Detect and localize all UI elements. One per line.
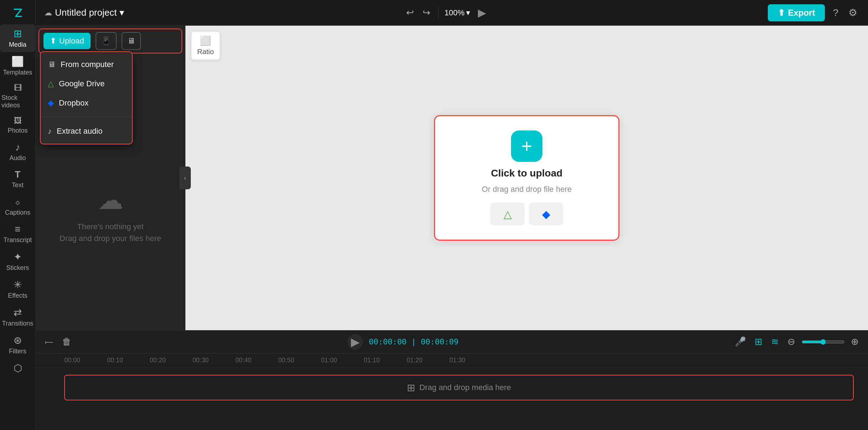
from-computer-item[interactable]: 🖥 From computer [41,55,132,74]
sidebar-item-transcript[interactable]: ≡ Transcript [0,220,35,247]
sidebar-item-label: Effects [8,292,27,300]
audio-levels-button[interactable]: ≋ [769,334,781,349]
upload-label: Upload [59,36,84,46]
sidebar-item-captions[interactable]: ⬦ Captions [0,193,35,220]
main-panel: ☁ Untitled project ▾ ↩ ↪ 100% ▾ ▶ ⬆ Expo… [36,0,868,430]
zoom-out-button[interactable]: ⊖ [785,334,797,349]
plus-icon: + [521,137,532,155]
settings-button[interactable]: ⚙ [846,5,859,21]
empty-state-text: There's nothing yet Drag and drop your f… [60,221,161,244]
save-to-cloud-icon: ☁ [44,8,52,17]
ratio-frame-icon: ⬜ [200,35,211,46]
mobile-tab[interactable]: 📱 [96,32,117,50]
sidebar-item-label: Text [12,181,24,189]
sidebar-item-label: Audio [9,154,26,162]
play-preview-button[interactable]: ▶ [476,4,488,21]
sidebar-item-subtitles[interactable]: ⬡ [0,359,35,378]
sidebar-item-label: Media [9,41,26,48]
ruler-mark: 00:40 [235,357,278,364]
dropbox-icon: ◆ [48,98,54,108]
project-title: Untitled project [55,7,117,18]
upload-plus-button[interactable]: + [511,130,542,162]
add-track-button[interactable]: ⊞ [752,334,765,349]
topbar-divider [438,7,439,19]
topbar-left: ☁ Untitled project ▾ [44,7,124,18]
upload-tab[interactable]: ⬆ Upload [44,33,91,49]
upload-card-actions: △ ◆ [490,203,563,225]
zoom-value: 100% [444,8,464,17]
captions-icon: ⬦ [15,196,21,208]
sidebar-item-label: Templates [3,69,32,76]
zoom-slider[interactable] [802,339,844,345]
audio-icon: ♪ [15,142,20,153]
topbar-controls: ↩ ↪ [404,5,433,20]
dropbox-upload-button[interactable]: ◆ [529,203,563,225]
redo-button[interactable]: ↪ [420,5,433,20]
sidebar-item-media[interactable]: ⊞ Media [0,24,35,52]
sidebar-item-photos[interactable]: 🖼 Photos [0,113,35,138]
extract-audio-item[interactable]: ♪ Extract audio [41,122,132,141]
sidebar-item-label: Photos [7,127,27,134]
zoom-chevron-icon: ▾ [466,8,470,17]
timeline-drop-zone[interactable]: ⊞ Drag and drop media here [64,375,854,400]
dropdown-section-secondary: ♪ Extract audio [41,119,132,144]
screen-tab[interactable]: 🖥 [122,32,141,50]
zoom-in-button[interactable]: ⊕ [849,334,861,349]
upload-dropdown: 🖥 From computer △ Google Drive ◆ Dropbox [40,51,133,144]
sidebar-item-filters[interactable]: ⊛ Filters [0,331,35,359]
panel-collapse-handle[interactable]: ‹ [179,167,191,189]
google-drive-label: Google Drive [59,79,104,88]
dropdown-chevron-icon: ▾ [119,7,124,18]
timeline-ruler: 00:0000:1000:2000:3000:4000:5001:0001:10… [36,353,868,368]
ratio-label: Ratio [197,48,214,56]
upload-card-title: Click to upload [491,168,563,179]
sidebar-item-templates[interactable]: ⬜ Templates [0,52,35,80]
project-title-button[interactable]: Untitled project ▾ [55,7,124,18]
transcript-icon: ≡ [15,224,20,235]
ratio-button[interactable]: ⬜ Ratio [191,31,220,60]
google-drive-item[interactable]: △ Google Drive [41,74,132,93]
sidebar-item-stickers[interactable]: ✦ Stickers [0,247,35,275]
sidebar-item-effects[interactable]: ✳ Effects [0,275,35,303]
upload-icon: ⬆ [50,36,56,46]
zoom-selector[interactable]: 100% ▾ [444,8,470,17]
canvas-area: ⬜ Ratio + Click to upload Or drag and dr… [185,26,868,330]
templates-icon: ⬜ [11,56,24,67]
dropdown-section-main: 🖥 From computer △ Google Drive ◆ Dropbox [41,52,132,116]
drop-zone-label: Drag and drop media here [419,383,511,392]
play-icon: ▶ [347,334,363,350]
topbar-right: ⬆ Export ? ⚙ [768,4,859,21]
empty-cloud-icon: ☁ [98,185,123,215]
sidebar-item-label: Transitions [2,320,33,327]
sidebar-item-text[interactable]: T Text [0,165,35,193]
sidebar-item-audio[interactable]: ♪ Audio [0,138,35,165]
microphone-button[interactable]: 🎤 [732,334,748,349]
ruler-mark: 01:20 [407,357,449,364]
dropbox-card-icon: ◆ [542,208,550,220]
photos-icon: 🖼 [14,116,22,126]
sidebar-item-stock-videos[interactable]: 🎞 Stock videos [0,80,35,113]
sidebar-item-transitions[interactable]: ⇄ Transitions [0,303,35,331]
sidebar-item-label: Filters [9,348,26,355]
help-button[interactable]: ? [831,5,841,21]
upload-card: + Click to upload Or drag and drop file … [434,115,619,241]
extract-audio-label: Extract audio [57,127,102,136]
extract-audio-icon: ♪ [48,127,52,136]
left-panel: ⬆ Upload 📱 🖥 🖥 From computer [36,26,185,330]
sidebar-item-label: Stickers [6,264,29,272]
timeline-tracks: ⊞ Drag and drop media here [36,368,868,430]
drop-zone-grid-icon: ⊞ [407,382,415,394]
dropbox-item[interactable]: ◆ Dropbox [41,93,132,113]
mobile-icon: 📱 [101,36,111,46]
google-drive-upload-button[interactable]: △ [490,203,525,225]
filters-icon: ⊛ [14,334,22,346]
delete-button[interactable]: 🗑 [60,334,73,349]
undo-button[interactable]: ↩ [404,5,416,20]
google-drive-card-icon: △ [504,208,512,220]
split-tool-button[interactable]: ⟝ [43,334,56,349]
topbar-center: ↩ ↪ 100% ▾ ▶ [130,4,762,21]
ruler-mark: 01:00 [321,357,364,364]
export-button[interactable]: ⬆ Export [768,4,825,21]
ruler-mark: 01:10 [364,357,407,364]
timeline-play-button[interactable]: ▶ [347,334,363,350]
